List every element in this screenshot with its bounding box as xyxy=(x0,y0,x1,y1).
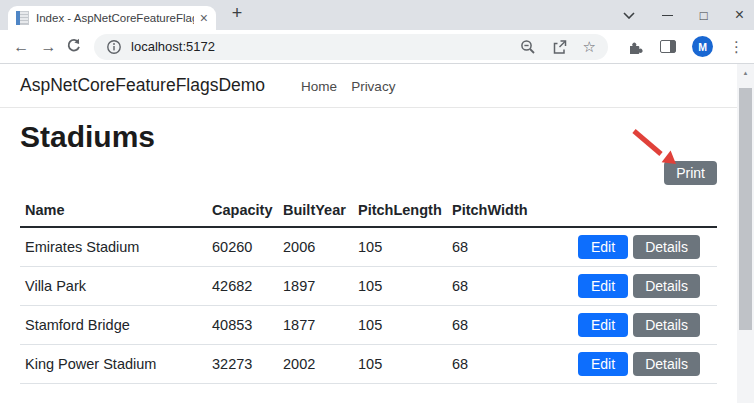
details-button[interactable]: Details xyxy=(633,235,700,259)
brand-link[interactable]: AspNetCoreFeatureFlagsDemo xyxy=(20,75,265,96)
window-controls: □ × xyxy=(623,0,744,30)
window-close-icon[interactable]: × xyxy=(735,8,744,22)
col-header-builtyear: BuiltYear xyxy=(278,197,353,227)
share-icon[interactable] xyxy=(551,39,568,55)
cell-pitchwidth: 68 xyxy=(447,306,573,345)
cell-name: Stamford Bridge xyxy=(20,306,207,345)
site-info-icon[interactable] xyxy=(106,39,122,55)
cell-capacity: 40853 xyxy=(207,306,278,345)
browser-titlebar: Index - AspNetCoreFeatureFlagsD × + □ × xyxy=(0,0,754,30)
cell-pitchlength: 105 xyxy=(353,227,447,267)
page-area: AspNetCoreFeatureFlagsDemo Home Privacy … xyxy=(0,64,754,403)
url-text[interactable]: localhost:5172 xyxy=(131,39,215,54)
stadiums-table: Name Capacity BuiltYear PitchLength Pitc… xyxy=(20,197,717,384)
profile-avatar[interactable]: M xyxy=(692,36,713,57)
tab-title: Index - AspNetCoreFeatureFlagsD xyxy=(36,12,194,24)
cell-pitchwidth: 68 xyxy=(447,227,573,267)
table-row: King Power Stadium 32273 2002 105 68 Edi… xyxy=(20,345,717,384)
cell-builtyear: 2002 xyxy=(278,345,353,384)
cell-pitchwidth: 68 xyxy=(447,345,573,384)
cell-pitchlength: 105 xyxy=(353,267,447,306)
edit-button[interactable]: Edit xyxy=(578,313,628,337)
page-content: AspNetCoreFeatureFlagsDemo Home Privacy … xyxy=(0,64,737,403)
cell-name: King Power Stadium xyxy=(20,345,207,384)
page-scrollbar[interactable]: ▲ xyxy=(737,64,754,403)
table-header-row: Name Capacity BuiltYear PitchLength Pitc… xyxy=(20,197,717,227)
toolbar-right: M ⋮ xyxy=(627,36,744,57)
col-header-actions xyxy=(573,197,717,227)
cell-pitchlength: 105 xyxy=(353,306,447,345)
scrollbar-thumb[interactable] xyxy=(739,88,752,330)
address-bar[interactable]: localhost:5172 ☆ xyxy=(94,34,608,60)
cell-name: Villa Park xyxy=(20,267,207,306)
site-favicon-icon xyxy=(16,11,29,25)
cell-capacity: 32273 xyxy=(207,345,278,384)
new-tab-button[interactable]: + xyxy=(226,3,248,24)
zoom-icon[interactable] xyxy=(520,39,536,55)
back-icon[interactable]: ← xyxy=(10,38,32,56)
details-button[interactable]: Details xyxy=(633,313,700,337)
reload-icon[interactable] xyxy=(65,38,87,55)
cell-pitchlength: 105 xyxy=(353,345,447,384)
edit-button[interactable]: Edit xyxy=(578,352,628,376)
browser-tab[interactable]: Index - AspNetCoreFeatureFlagsD × xyxy=(8,6,216,30)
print-button[interactable]: Print xyxy=(664,161,717,185)
edit-button[interactable]: Edit xyxy=(578,235,628,259)
cell-builtyear: 2006 xyxy=(278,227,353,267)
maximize-icon[interactable]: □ xyxy=(700,9,708,22)
table-row: Emirates Stadium 60260 2006 105 68 Edit … xyxy=(20,227,717,267)
site-navbar: AspNetCoreFeatureFlagsDemo Home Privacy xyxy=(0,64,737,108)
main-content: Stadiums Print Name Capacity BuiltYear P… xyxy=(0,120,737,384)
cell-pitchwidth: 68 xyxy=(447,267,573,306)
col-header-pitchlength: PitchLength xyxy=(353,197,447,227)
minimize-icon[interactable] xyxy=(662,15,673,16)
browser-toolbar: ← → localhost:5172 ☆ xyxy=(0,30,754,64)
tab-search-chevron-icon[interactable] xyxy=(623,12,635,19)
page-title: Stadiums xyxy=(20,120,717,154)
cell-builtyear: 1897 xyxy=(278,267,353,306)
col-header-name: Name xyxy=(20,197,207,227)
cell-name: Emirates Stadium xyxy=(20,227,207,267)
edit-button[interactable]: Edit xyxy=(578,274,628,298)
tab-close-icon[interactable]: × xyxy=(200,11,208,25)
nav-link-home[interactable]: Home xyxy=(301,79,337,94)
extensions-icon[interactable] xyxy=(627,38,644,55)
details-button[interactable]: Details xyxy=(633,274,700,298)
table-row: Villa Park 42682 1897 105 68 Edit Detail… xyxy=(20,267,717,306)
print-row: Print xyxy=(20,161,717,185)
browser-menu-icon[interactable]: ⋮ xyxy=(729,39,744,54)
table-row: Stamford Bridge 40853 1877 105 68 Edit D… xyxy=(20,306,717,345)
scroll-up-icon[interactable]: ▲ xyxy=(737,64,754,76)
cell-capacity: 60260 xyxy=(207,227,278,267)
col-header-capacity: Capacity xyxy=(207,197,278,227)
forward-icon[interactable]: → xyxy=(37,38,59,56)
cell-capacity: 42682 xyxy=(207,267,278,306)
details-button[interactable]: Details xyxy=(633,352,700,376)
col-header-pitchwidth: PitchWidth xyxy=(447,197,573,227)
cell-builtyear: 1877 xyxy=(278,306,353,345)
nav-link-privacy[interactable]: Privacy xyxy=(351,79,395,94)
side-panel-icon[interactable] xyxy=(660,40,676,53)
bookmark-star-icon[interactable]: ☆ xyxy=(583,39,596,54)
